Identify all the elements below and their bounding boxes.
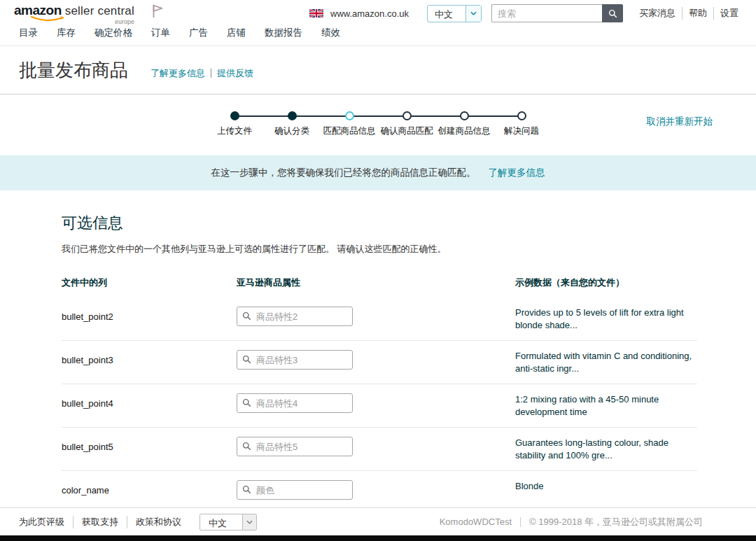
step-confirm-category: 确认分类 xyxy=(263,111,321,137)
banner-text: 在这一步骤中，您将要确保我们已经将您的商品信息正确匹配。 xyxy=(211,167,476,179)
col-header-sample-data: 示例数据（来自您的文件） xyxy=(515,276,697,289)
buyer-messages-link[interactable]: 买家消息 xyxy=(633,7,682,20)
nav-item-advertising[interactable]: 广告 xyxy=(189,27,208,39)
col-header-amazon-attribute: 亚马逊商品属性 xyxy=(237,276,515,289)
search-button[interactable] xyxy=(602,4,623,22)
step-dot xyxy=(460,111,469,120)
step-dot xyxy=(402,111,412,120)
workflow-stepper: 上传文件 确认分类 匹配商品信息 确认商品匹配 创建商品信息 解决问题 xyxy=(206,111,550,137)
feedback-link[interactable]: 提供反馈 xyxy=(217,67,253,80)
nav-item-pricing[interactable]: 确定价格 xyxy=(94,27,132,39)
search-icon xyxy=(242,442,251,451)
seller-central-wordmark: seller central xyxy=(65,5,134,17)
pennant-flag-icon xyxy=(150,3,165,20)
chevron-down-icon xyxy=(242,514,256,530)
main-content: 可选信息 我们已将您文件中的一个其他列与亚马逊上可选的属性进行了匹配。 请确认这… xyxy=(0,213,756,541)
search-icon xyxy=(242,398,251,407)
banner-learn-more-link[interactable]: 了解更多信息 xyxy=(489,167,545,179)
divider xyxy=(211,69,211,78)
table-row: bullet_point3 Formulated with vitamin C … xyxy=(62,341,697,384)
step-resolve-issues: 解决问题 xyxy=(493,111,550,137)
sample-data: Formulated with vitamin C and conditioni… xyxy=(515,350,697,374)
uk-flag-icon xyxy=(309,9,323,17)
language-select[interactable]: 中文 xyxy=(427,5,482,22)
search-icon xyxy=(242,485,251,494)
table-header-row: 文件中的列 亚马逊商品属性 示例数据（来自您的文件） xyxy=(62,271,697,297)
step-create-product-info: 创建商品信息 xyxy=(435,111,493,137)
marketplace-switcher[interactable]: www.amazon.co.uk xyxy=(309,8,409,19)
nav-item-inventory[interactable]: 库存 xyxy=(57,27,76,39)
help-link[interactable]: 帮助 xyxy=(682,7,713,20)
step-dot xyxy=(517,111,526,120)
rate-page-link[interactable]: 为此页评级 xyxy=(19,516,73,528)
header-search xyxy=(491,4,623,22)
file-column-name: color_name xyxy=(62,480,237,496)
seller-central-logo[interactable]: amazon seller central europe xyxy=(14,2,134,25)
amazon-smile-icon xyxy=(30,15,66,22)
table-row: color_name Blonde xyxy=(62,471,697,510)
settings-link[interactable]: 设置 xyxy=(713,7,745,20)
nav-item-catalog[interactable]: 目录 xyxy=(19,27,38,39)
page-footer: 为此页评级 获取支持 政策和协议 中文 KomodoWDCTest © 1999… xyxy=(0,507,756,535)
step-match-product-info: 匹配商品信息 xyxy=(321,111,378,137)
sample-data: Provides up to 5 levels of lift for extr… xyxy=(515,307,697,331)
table-row: bullet_point4 1:2 mixing ratio with a 45… xyxy=(62,384,697,428)
chevron-down-icon xyxy=(465,6,481,22)
page-header: 批量发布商品 了解更多信息 提供反馈 xyxy=(0,46,756,94)
step-dot xyxy=(230,111,239,120)
footer-language-select[interactable]: 中文 xyxy=(200,514,257,531)
section-title: 可选信息 xyxy=(62,213,697,234)
attribute-search-input[interactable] xyxy=(237,480,353,500)
nav-item-orders[interactable]: 订单 xyxy=(151,27,170,39)
nav-item-performance[interactable]: 绩效 xyxy=(321,27,340,39)
sample-data: Blonde xyxy=(515,480,697,493)
marketplace-url: www.amazon.co.uk xyxy=(330,8,409,19)
step-upload-file: 上传文件 xyxy=(206,111,263,137)
main-nav: 目录 库存 确定价格 订单 广告 店铺 数据报告 绩效 xyxy=(0,27,756,46)
step-dot xyxy=(288,111,297,120)
learn-more-link[interactable]: 了解更多信息 xyxy=(150,67,205,80)
language-select-value: 中文 xyxy=(428,6,465,22)
search-icon xyxy=(242,355,251,364)
sample-data: Guarantees long-lasting colour, shade st… xyxy=(515,437,697,461)
header-links: 买家消息 帮助 设置 xyxy=(633,7,745,20)
copyright-text: © 1999-2018 年，亚马逊公司或其附属公司 xyxy=(529,516,703,528)
table-row: bullet_point5 Guarantees long-lasting co… xyxy=(62,428,697,471)
search-icon xyxy=(242,311,251,321)
nav-item-reports[interactable]: 数据报告 xyxy=(265,27,302,39)
info-banner: 在这一步骤中，您将要确保我们已经将您的商品信息正确匹配。 了解更多信息 xyxy=(0,155,756,190)
file-column-name: bullet_point4 xyxy=(62,393,237,409)
divider xyxy=(520,517,521,527)
footer-language-value: 中文 xyxy=(200,514,242,530)
account-name: KomodoWDCTest xyxy=(440,517,512,527)
get-support-link[interactable]: 获取支持 xyxy=(73,516,127,528)
file-column-name: bullet_point2 xyxy=(62,307,237,322)
top-header: amazon seller central europe www.amazon.… xyxy=(0,0,756,27)
attribute-search-input[interactable] xyxy=(237,437,353,456)
policies-link[interactable]: 政策和协议 xyxy=(127,516,190,528)
cancel-restart-link[interactable]: 取消并重新开始 xyxy=(647,115,713,128)
bottom-black-bar xyxy=(0,535,756,541)
page-title: 批量发布商品 xyxy=(19,58,128,83)
attribute-search-input[interactable] xyxy=(237,393,353,413)
section-description: 我们已将您文件中的一个其他列与亚马逊上可选的属性进行了匹配。 请确认这些匹配的正… xyxy=(62,243,697,255)
nav-item-stores[interactable]: 店铺 xyxy=(227,27,246,39)
mapping-table: 文件中的列 亚马逊商品属性 示例数据（来自您的文件） bullet_point2… xyxy=(62,271,697,510)
workflow-stepper-section: 取消并重新开始 上传文件 确认分类 匹配商品信息 确认商品匹配 创建商品信息 解… xyxy=(0,94,756,148)
search-icon xyxy=(608,9,617,18)
attribute-search-input[interactable] xyxy=(237,307,353,326)
table-row: bullet_point2 Provides up to 5 levels of… xyxy=(62,297,697,341)
step-confirm-match: 确认商品匹配 xyxy=(378,111,435,137)
attribute-search-input[interactable] xyxy=(237,350,353,370)
search-input[interactable] xyxy=(491,4,602,22)
step-dot-current xyxy=(345,111,354,120)
col-header-file-column: 文件中的列 xyxy=(62,276,237,289)
file-column-name: bullet_point3 xyxy=(62,350,237,365)
file-column-name: bullet_point5 xyxy=(62,437,237,452)
sample-data: 1:2 mixing ratio with a 45-50 minute dev… xyxy=(515,393,697,418)
